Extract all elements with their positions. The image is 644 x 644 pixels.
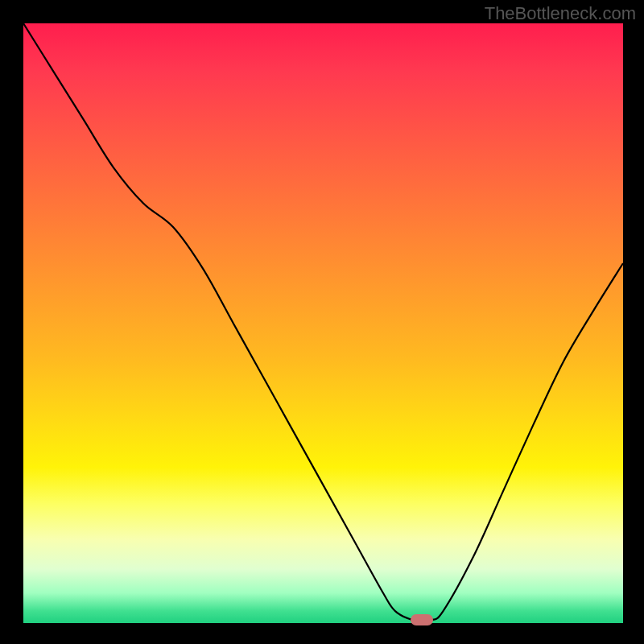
chart-plot-area	[23, 23, 623, 623]
watermark-text: TheBottleneck.com	[485, 3, 636, 24]
optimal-point-marker	[411, 614, 433, 625]
bottleneck-curve	[23, 23, 623, 623]
